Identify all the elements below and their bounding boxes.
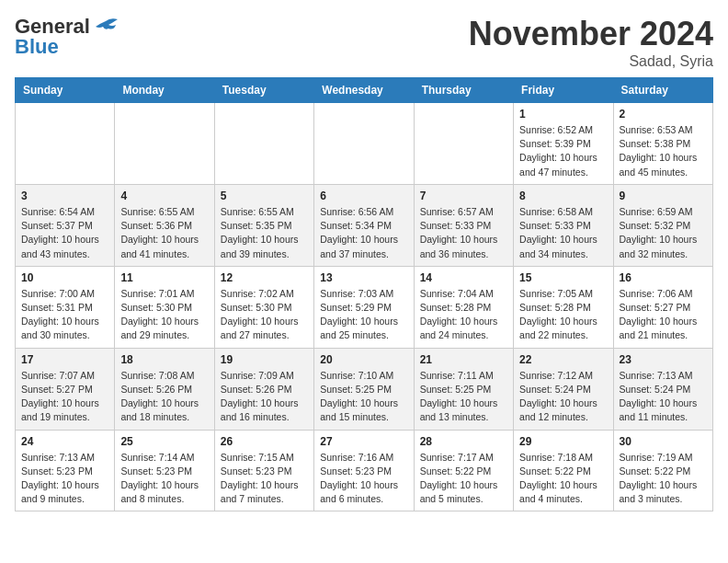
day-number: 11 xyxy=(120,271,208,284)
day-info: Sunrise: 6:59 AM Sunset: 5:32 PM Dayligh… xyxy=(620,205,707,261)
day-number: 16 xyxy=(620,271,707,284)
calendar-cell: 8Sunrise: 6:58 AM Sunset: 5:33 PM Daylig… xyxy=(514,184,613,266)
day-number: 22 xyxy=(519,353,607,366)
calendar-cell: 16Sunrise: 7:06 AM Sunset: 5:27 PM Dayli… xyxy=(613,266,712,348)
day-number: 20 xyxy=(320,353,407,366)
calendar-cell: 25Sunrise: 7:14 AM Sunset: 5:23 PM Dayli… xyxy=(115,430,214,511)
calendar-cell: 27Sunrise: 7:16 AM Sunset: 5:23 PM Dayli… xyxy=(314,430,414,511)
day-number: 28 xyxy=(420,435,507,448)
day-info: Sunrise: 7:13 AM Sunset: 5:23 PM Dayligh… xyxy=(21,451,108,507)
day-info: Sunrise: 7:00 AM Sunset: 5:31 PM Dayligh… xyxy=(21,287,108,343)
day-number: 14 xyxy=(420,271,507,284)
calendar-cell: 9Sunrise: 6:59 AM Sunset: 5:32 PM Daylig… xyxy=(613,184,712,266)
day-number: 29 xyxy=(519,435,607,448)
day-number: 5 xyxy=(221,190,308,202)
calendar-cell: 11Sunrise: 7:01 AM Sunset: 5:30 PM Dayli… xyxy=(115,266,214,348)
calendar-week-row: 10Sunrise: 7:00 AM Sunset: 5:31 PM Dayli… xyxy=(16,266,713,348)
calendar-cell xyxy=(16,103,115,185)
day-number: 18 xyxy=(120,353,208,366)
day-number: 1 xyxy=(519,108,607,121)
calendar-cell: 29Sunrise: 7:18 AM Sunset: 5:22 PM Dayli… xyxy=(514,430,613,511)
calendar-cell xyxy=(314,103,414,185)
calendar-cell: 20Sunrise: 7:10 AM Sunset: 5:25 PM Dayli… xyxy=(314,348,414,430)
day-info: Sunrise: 6:55 AM Sunset: 5:35 PM Dayligh… xyxy=(221,205,308,261)
day-number: 21 xyxy=(420,353,507,366)
day-info: Sunrise: 7:15 AM Sunset: 5:23 PM Dayligh… xyxy=(221,451,308,507)
day-info: Sunrise: 7:09 AM Sunset: 5:26 PM Dayligh… xyxy=(221,369,308,425)
calendar-cell xyxy=(214,103,313,185)
day-number: 7 xyxy=(420,190,507,202)
day-info: Sunrise: 6:53 AM Sunset: 5:38 PM Dayligh… xyxy=(620,123,707,179)
day-info: Sunrise: 7:16 AM Sunset: 5:23 PM Dayligh… xyxy=(320,451,407,507)
calendar-week-row: 1Sunrise: 6:52 AM Sunset: 5:39 PM Daylig… xyxy=(16,103,713,185)
calendar-cell: 1Sunrise: 6:52 AM Sunset: 5:39 PM Daylig… xyxy=(514,103,613,185)
day-info: Sunrise: 7:18 AM Sunset: 5:22 PM Dayligh… xyxy=(519,451,607,507)
day-info: Sunrise: 7:17 AM Sunset: 5:22 PM Dayligh… xyxy=(420,451,507,507)
location-subtitle: Sadad, Syria xyxy=(469,53,713,70)
day-info: Sunrise: 7:06 AM Sunset: 5:27 PM Dayligh… xyxy=(620,287,707,343)
day-info: Sunrise: 7:19 AM Sunset: 5:22 PM Dayligh… xyxy=(620,451,707,507)
day-info: Sunrise: 7:11 AM Sunset: 5:25 PM Dayligh… xyxy=(420,369,507,425)
day-number: 17 xyxy=(21,353,108,366)
calendar-cell: 21Sunrise: 7:11 AM Sunset: 5:25 PM Dayli… xyxy=(414,348,513,430)
day-number: 2 xyxy=(620,108,707,121)
day-info: Sunrise: 6:55 AM Sunset: 5:36 PM Dayligh… xyxy=(120,205,208,261)
day-info: Sunrise: 7:07 AM Sunset: 5:27 PM Dayligh… xyxy=(21,369,108,425)
day-info: Sunrise: 7:05 AM Sunset: 5:28 PM Dayligh… xyxy=(519,287,607,343)
day-number: 23 xyxy=(620,353,707,366)
day-number: 8 xyxy=(519,190,607,202)
calendar-header-row: SundayMondayTuesdayWednesdayThursdayFrid… xyxy=(16,78,713,103)
day-number: 9 xyxy=(620,190,707,202)
calendar-cell: 24Sunrise: 7:13 AM Sunset: 5:23 PM Dayli… xyxy=(16,430,115,511)
day-info: Sunrise: 7:14 AM Sunset: 5:23 PM Dayligh… xyxy=(120,451,208,507)
day-info: Sunrise: 7:03 AM Sunset: 5:29 PM Dayligh… xyxy=(320,287,407,343)
column-header-tuesday: Tuesday xyxy=(214,78,313,103)
logo: General Blue xyxy=(15,15,119,59)
day-info: Sunrise: 7:08 AM Sunset: 5:26 PM Dayligh… xyxy=(120,369,208,425)
day-number: 4 xyxy=(120,190,208,202)
logo-blue-text: Blue xyxy=(15,35,59,59)
day-number: 26 xyxy=(221,435,308,448)
day-number: 15 xyxy=(519,271,607,284)
day-info: Sunrise: 6:52 AM Sunset: 5:39 PM Dayligh… xyxy=(519,123,607,179)
day-info: Sunrise: 7:01 AM Sunset: 5:30 PM Dayligh… xyxy=(120,287,208,343)
calendar-cell: 5Sunrise: 6:55 AM Sunset: 5:35 PM Daylig… xyxy=(214,184,313,266)
day-info: Sunrise: 6:58 AM Sunset: 5:33 PM Dayligh… xyxy=(519,205,607,261)
day-number: 24 xyxy=(21,435,108,448)
calendar-week-row: 24Sunrise: 7:13 AM Sunset: 5:23 PM Dayli… xyxy=(16,430,713,511)
title-section: November 2024 Sadad, Syria xyxy=(469,15,713,70)
day-number: 12 xyxy=(221,271,308,284)
calendar-cell xyxy=(414,103,513,185)
column-header-saturday: Saturday xyxy=(613,78,712,103)
calendar-cell: 3Sunrise: 6:54 AM Sunset: 5:37 PM Daylig… xyxy=(16,184,115,266)
day-info: Sunrise: 6:54 AM Sunset: 5:37 PM Dayligh… xyxy=(21,205,108,261)
day-info: Sunrise: 7:02 AM Sunset: 5:30 PM Dayligh… xyxy=(221,287,308,343)
calendar-cell: 30Sunrise: 7:19 AM Sunset: 5:22 PM Dayli… xyxy=(613,430,712,511)
day-info: Sunrise: 7:12 AM Sunset: 5:24 PM Dayligh… xyxy=(519,369,607,425)
day-number: 27 xyxy=(320,435,407,448)
calendar-cell: 10Sunrise: 7:00 AM Sunset: 5:31 PM Dayli… xyxy=(16,266,115,348)
day-info: Sunrise: 7:10 AM Sunset: 5:25 PM Dayligh… xyxy=(320,369,407,425)
calendar-cell: 4Sunrise: 6:55 AM Sunset: 5:36 PM Daylig… xyxy=(115,184,214,266)
calendar-cell: 18Sunrise: 7:08 AM Sunset: 5:26 PM Dayli… xyxy=(115,348,214,430)
calendar-table: SundayMondayTuesdayWednesdayThursdayFrid… xyxy=(15,77,713,511)
column-header-thursday: Thursday xyxy=(414,78,513,103)
month-title: November 2024 xyxy=(469,15,713,53)
page-header: General Blue November 2024 Sadad, Syria xyxy=(15,15,713,70)
calendar-cell: 28Sunrise: 7:17 AM Sunset: 5:22 PM Dayli… xyxy=(414,430,513,511)
calendar-cell: 7Sunrise: 6:57 AM Sunset: 5:33 PM Daylig… xyxy=(414,184,513,266)
column-header-sunday: Sunday xyxy=(16,78,115,103)
day-number: 30 xyxy=(620,435,707,448)
calendar-cell: 2Sunrise: 6:53 AM Sunset: 5:38 PM Daylig… xyxy=(613,103,712,185)
calendar-cell xyxy=(115,103,214,185)
day-info: Sunrise: 6:57 AM Sunset: 5:33 PM Dayligh… xyxy=(420,205,507,261)
calendar-cell: 26Sunrise: 7:15 AM Sunset: 5:23 PM Dayli… xyxy=(214,430,313,511)
day-info: Sunrise: 7:13 AM Sunset: 5:24 PM Dayligh… xyxy=(620,369,707,425)
day-number: 6 xyxy=(320,190,407,202)
day-number: 25 xyxy=(120,435,208,448)
day-info: Sunrise: 6:56 AM Sunset: 5:34 PM Dayligh… xyxy=(320,205,407,261)
day-number: 19 xyxy=(221,353,308,366)
column-header-wednesday: Wednesday xyxy=(314,78,414,103)
day-info: Sunrise: 7:04 AM Sunset: 5:28 PM Dayligh… xyxy=(420,287,507,343)
calendar-cell: 14Sunrise: 7:04 AM Sunset: 5:28 PM Dayli… xyxy=(414,266,513,348)
